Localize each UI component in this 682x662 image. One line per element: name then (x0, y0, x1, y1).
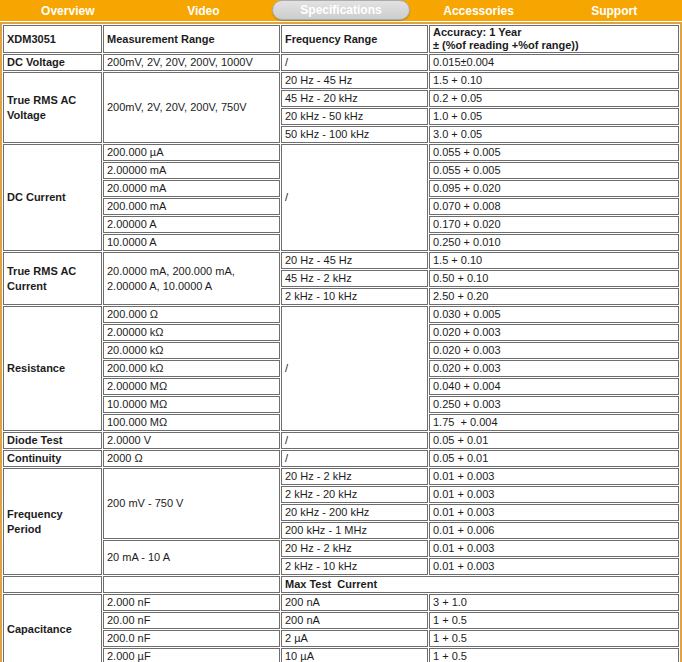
table-cell: 20 kHz - 200 kHz (281, 504, 428, 521)
table-cell: 3.0 + 0.05 (429, 126, 679, 143)
table-cell: 1.0 + 0.05 (429, 108, 679, 125)
table-cell: 200 kHz - 1 MHz (281, 522, 428, 539)
table-cell: 200.000 µA (103, 144, 280, 161)
table-cell: 20 Hz - 2 kHz (281, 540, 428, 557)
table-cell: 0.040 + 0.004 (429, 378, 679, 395)
table-cell: / (281, 432, 428, 449)
table-cell: 45 Hz - 20 kHz (281, 90, 428, 107)
table-cell: 100.000 MΩ (103, 414, 280, 431)
table-row: Frequency Period200 mV - 750 V20 Hz - 2 … (3, 468, 679, 485)
table-cell: 0.05 + 0.01 (429, 450, 679, 467)
table-cell: 0.020 + 0.003 (429, 342, 679, 359)
table-cell: 2.50 + 0.20 (429, 288, 679, 305)
table-cell: 0.055 + 0.005 (429, 162, 679, 179)
table-cell: 2.000 nF (103, 594, 280, 611)
table-cell: 45 Hz - 2 kHz (281, 270, 428, 287)
table-cell: 0.01 + 0.003 (429, 504, 679, 521)
table-cell: 0.020 + 0.003 (429, 360, 679, 377)
table-row: Max Test Current (3, 576, 679, 593)
row-label-cell: DC Voltage (3, 54, 102, 71)
table-cell: 2 kHz - 10 kHz (281, 288, 428, 305)
table-cell: Max Test Current (281, 576, 679, 593)
table-row: True RMS AC Current20.0000 mA, 200.000 m… (3, 252, 679, 269)
column-header-cell: Measurement Range (103, 25, 280, 53)
table-cell: 2 kHz - 10 kHz (281, 558, 428, 575)
table-cell: 2.00000 A (103, 216, 280, 233)
table-cell: 10.0000 A (103, 234, 280, 251)
table-cell: 200 nA (281, 594, 428, 611)
table-cell: 3 + 1.0 (429, 594, 679, 611)
table-row: Capacitance2.000 nF200 nA3 + 1.0 (3, 594, 679, 611)
table-cell: 1.5 + 0.10 (429, 252, 679, 269)
table-cell: 1 + 0.5 (429, 648, 679, 662)
table-cell: 200.000 mA (103, 198, 280, 215)
table-cell: 2.00000 mA (103, 162, 280, 179)
tab-overview[interactable]: Overview (0, 0, 136, 21)
specifications-section: XDM3051Measurement RangeFrequency RangeA… (0, 22, 682, 662)
specifications-table-body: XDM3051Measurement RangeFrequency RangeA… (3, 25, 679, 662)
table-cell: 10.0000 MΩ (103, 396, 280, 413)
row-label-cell: DC Current (3, 144, 102, 251)
table-cell: 0.01 + 0.003 (429, 540, 679, 557)
table-cell: 200 mV - 750 V (103, 468, 280, 539)
specifications-table: XDM3051Measurement RangeFrequency RangeA… (0, 22, 682, 662)
table-cell: 0.01 + 0.003 (429, 486, 679, 503)
table-cell: 20 mA - 10 A (103, 540, 280, 575)
column-header-cell: Accuracy: 1 Year ± (%of reading +%of ran… (429, 25, 679, 53)
table-cell: / (281, 54, 428, 71)
table-cell: 0.250 + 0.010 (429, 234, 679, 251)
table-cell: 0.070 + 0.008 (429, 198, 679, 215)
column-header-cell: Frequency Range (281, 25, 428, 53)
table-cell: 0.01 + 0.003 (429, 558, 679, 575)
table-cell: 0.250 + 0.003 (429, 396, 679, 413)
tab-video[interactable]: Video (136, 0, 272, 21)
table-row: Continuity2000 Ω/0.05 + 0.01 (3, 450, 679, 467)
table-row: True RMS AC Voltage200mV, 2V, 20V, 200V,… (3, 72, 679, 89)
table-cell: 20.0000 mA (103, 180, 280, 197)
table-cell: 10 µA (281, 648, 428, 662)
row-label-cell: Diode Test (3, 432, 102, 449)
table-cell: 200mV, 2V, 20V, 200V, 1000V (103, 54, 280, 71)
table-cell: / (281, 144, 428, 251)
table-row: DC Current200.000 µA/0.055 + 0.005 (3, 144, 679, 161)
table-cell: 20 Hz - 45 Hz (281, 252, 428, 269)
table-cell: 0.055 + 0.005 (429, 144, 679, 161)
table-cell: 2 kHz - 20 kHz (281, 486, 428, 503)
table-cell: 200mV, 2V, 20V, 200V, 750V (103, 72, 280, 143)
table-row: 20 mA - 10 A20 Hz - 2 kHz0.01 + 0.003 (3, 540, 679, 557)
table-cell: 2.0000 V (103, 432, 280, 449)
table-cell (3, 576, 102, 593)
table-cell: 20 kHz - 50 kHz (281, 108, 428, 125)
table-cell: 0.170 + 0.020 (429, 216, 679, 233)
column-header-cell: XDM3051 (3, 25, 102, 53)
table-row: 20.00 nF200 nA1 + 0.5 (3, 612, 679, 629)
row-label-cell: True RMS AC Current (3, 252, 102, 305)
tab-support[interactable]: Support (546, 0, 682, 21)
table-cell: 1.75 + 0.004 (429, 414, 679, 431)
tab-accessories[interactable]: Accessories (411, 0, 547, 21)
table-cell: 0.095 + 0.020 (429, 180, 679, 197)
table-cell: 2.00000 MΩ (103, 378, 280, 395)
table-cell: 0.015±0.004 (429, 54, 679, 71)
table-cell: 20 Hz - 45 Hz (281, 72, 428, 89)
table-cell: 0.01 + 0.006 (429, 522, 679, 539)
table-cell: 0.05 + 0.01 (429, 432, 679, 449)
table-cell: 1 + 0.5 (429, 630, 679, 647)
table-cell: 200.000 kΩ (103, 360, 280, 377)
table-row: Diode Test2.0000 V/0.05 + 0.01 (3, 432, 679, 449)
table-cell: 2.00000 kΩ (103, 324, 280, 341)
table-cell: / (281, 450, 428, 467)
table-cell: 200.0 nF (103, 630, 280, 647)
table-row: 200.0 nF2 µA1 + 0.5 (3, 630, 679, 647)
table-row: Resistance200.000 Ω/0.030 + 0.005 (3, 306, 679, 323)
table-cell: 200.000 Ω (103, 306, 280, 323)
table-cell: 20.0000 mA, 200.000 mA, 2.00000 A, 10.00… (103, 252, 280, 305)
table-cell: 0.50 + 0.10 (429, 270, 679, 287)
table-cell: 1.5 + 0.10 (429, 72, 679, 89)
table-cell: 1 + 0.5 (429, 612, 679, 629)
tab-specifications[interactable]: Specifications (272, 0, 410, 20)
row-label-cell: Frequency Period (3, 468, 102, 575)
table-cell: / (281, 306, 428, 431)
table-row: 2.000 µF10 µA1 + 0.5 (3, 648, 679, 662)
table-row: DC Voltage200mV, 2V, 20V, 200V, 1000V/0.… (3, 54, 679, 71)
